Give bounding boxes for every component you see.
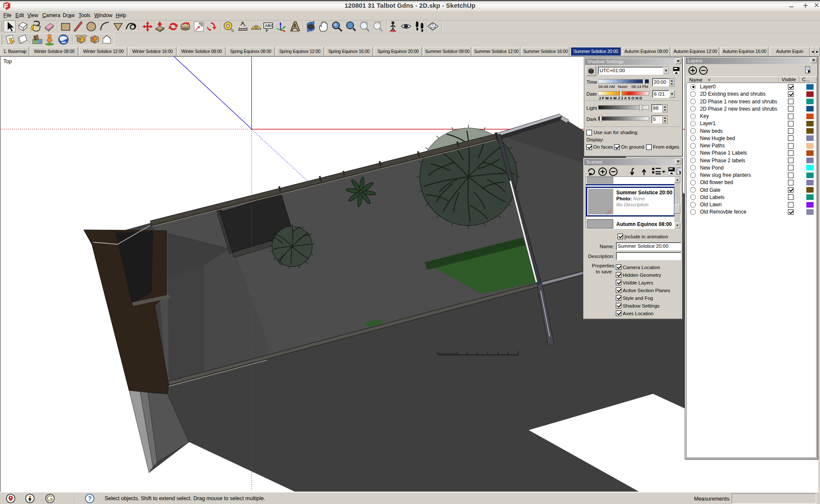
svg-text:A-S: A-S bbox=[431, 26, 435, 29]
svg-text:?: ? bbox=[88, 495, 92, 502]
svg-text:ABC: ABC bbox=[265, 23, 273, 28]
svg-text:C: C bbox=[432, 23, 433, 26]
